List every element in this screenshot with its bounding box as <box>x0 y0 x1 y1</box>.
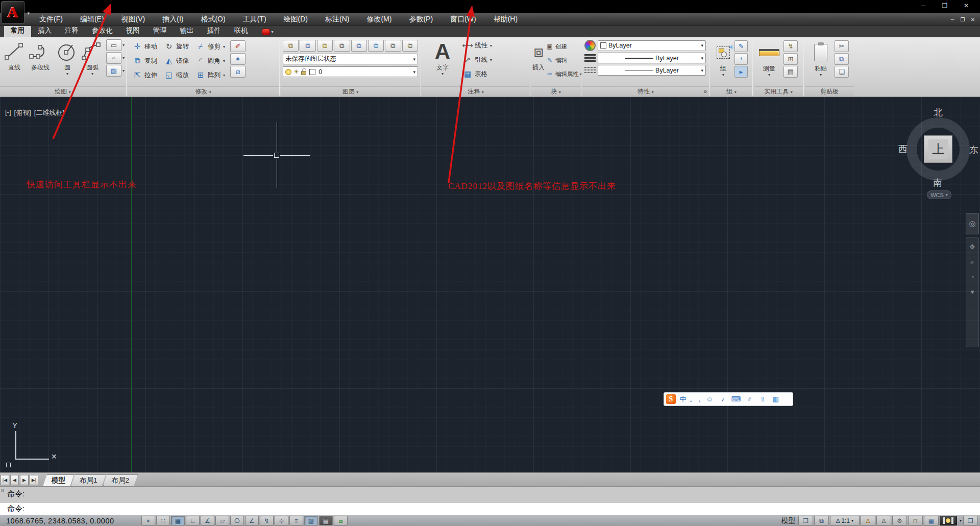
quick-select-button[interactable]: ↯ <box>783 40 798 52</box>
ribbon-tab-annotate[interactable]: 注释 <box>58 25 85 37</box>
panel-label-draw[interactable]: 绘图 ▾ <box>0 86 126 96</box>
hardware-acceleration-button[interactable]: ▦ <box>924 516 939 525</box>
annotation-autoscale-toggle[interactable]: ∆ <box>876 516 891 525</box>
erase-button[interactable]: ✐ <box>230 40 246 52</box>
chevron-down-icon[interactable]: ▾ <box>223 73 225 78</box>
tab-model[interactable]: 模型 <box>43 474 74 486</box>
quick-view-layouts-button[interactable]: ❐ <box>798 516 813 525</box>
color-wheel-icon[interactable] <box>584 40 596 51</box>
annotation-visibility-toggle[interactable]: ∆ <box>861 516 875 525</box>
menu-parametric[interactable]: 参数(P) <box>400 13 442 26</box>
layer-unlock-icon[interactable] <box>301 71 306 75</box>
menu-format[interactable]: 格式(O) <box>192 13 234 26</box>
polyline-button[interactable]: 多段线 <box>27 39 54 77</box>
maximize-button[interactable]: ❐ <box>934 0 955 11</box>
ribbon-tab-view[interactable]: 视图 <box>119 25 146 37</box>
layer-state-dropdown[interactable]: 未保存的图层状态▾ <box>283 54 418 64</box>
group-add-remove-button[interactable]: ± <box>734 53 748 65</box>
mirror-button[interactable]: ◭镜像 <box>163 55 189 67</box>
menu-dimension[interactable]: 标注(N) <box>316 13 358 26</box>
tab-layout2[interactable]: 布局2 <box>103 474 138 486</box>
viewcube-east[interactable]: 东 <box>969 144 978 156</box>
tab-layout1[interactable]: 布局1 <box>71 474 106 486</box>
skin-icon[interactable]: ⇧ <box>756 394 769 404</box>
line-button[interactable]: 直线 <box>3 39 26 77</box>
chevron-down-icon[interactable]: ▾ <box>122 43 125 47</box>
linetype-dropdown[interactable]: ByLayer ▾ <box>598 65 706 76</box>
layer-settings-button[interactable]: ⧉ <box>385 40 401 52</box>
panel-label-properties[interactable]: 特性 ▾ » <box>582 86 709 96</box>
layer-lock-button[interactable]: ⧉ <box>368 40 384 52</box>
chevron-down-icon[interactable]: ▾ <box>66 71 68 76</box>
layer-properties-button[interactable]: ⧉ <box>283 40 299 52</box>
viewcube[interactable]: 北 西 东 南 上 WCS▾ <box>897 106 979 201</box>
text-button[interactable]: A 文字 ▾ <box>427 39 458 80</box>
copy-clip-button[interactable]: ⧉ <box>835 53 849 65</box>
orbit-button[interactable]: ◔ <box>970 273 974 281</box>
soft-keyboard-icon[interactable]: ⌨ <box>730 394 742 404</box>
layer-match-button[interactable]: ⧉ <box>402 40 418 52</box>
mdi-close-button[interactable]: ✕ <box>968 15 978 24</box>
chevron-down-icon[interactable]: ▾ <box>223 44 225 49</box>
cut-button[interactable]: ✂ <box>835 40 849 52</box>
overkill-button[interactable]: ⧄ <box>230 66 246 78</box>
tab-prev-button[interactable]: ◀ <box>10 475 19 485</box>
match-properties-button[interactable]: ❏ <box>835 66 849 78</box>
chevron-down-icon[interactable]: ▾ <box>490 43 492 48</box>
nav-wheel-button[interactable]: ◎ <box>966 213 979 234</box>
panel-label-layers[interactable]: 图层 ▾ <box>281 86 420 96</box>
copy-button[interactable]: ⧉复制 <box>132 55 157 67</box>
ribbon-tab-output[interactable]: 输出 <box>174 25 201 37</box>
status-menu-arrow[interactable]: ▾ <box>958 518 963 523</box>
annotation-scale-button[interactable]: ∆ 1:1 ▾ <box>830 516 860 525</box>
circle-button[interactable]: 圆 ▾ <box>55 39 80 77</box>
coordinates-readout[interactable]: 1068.6765, 2348.0583, 0.0000 <box>6 517 141 525</box>
chevron-down-icon[interactable]: ▾ <box>820 73 822 77</box>
command-drag-handle[interactable]: ⠿ <box>1 490 5 497</box>
close-button[interactable]: ✕ <box>955 0 977 11</box>
chevron-down-icon[interactable]: ▾ <box>442 71 444 76</box>
quick-view-drawings-button[interactable]: ⧉ <box>814 516 829 525</box>
edit-block-button[interactable]: ✎编辑 <box>546 55 582 66</box>
group-edit-button[interactable]: ✎ <box>734 40 748 52</box>
command-input-row[interactable]: 命令: <box>0 502 980 515</box>
explode-button[interactable]: ✶ <box>230 53 246 65</box>
stretch-button[interactable]: ⇱拉伸 <box>132 69 157 81</box>
toolbar-lock-button[interactable]: ⊓ <box>908 516 923 525</box>
paste-button[interactable]: 粘贴 ▾ <box>808 40 834 78</box>
application-menu-button[interactable]: A ▾ <box>1 1 24 23</box>
panel-label-clipboard[interactable]: 剪贴板 <box>805 86 854 96</box>
drawing-canvas[interactable]: [-] [俯视] [二维线框] 北 西 东 南 上 WCS▾ ◎ ✥ ⌕ ◔ ▾… <box>0 97 980 472</box>
menu-help[interactable]: 帮助(H) <box>485 13 526 26</box>
scale-button[interactable]: ◱缩放 <box>163 69 189 81</box>
layer-freeze-button[interactable]: ⧉ <box>351 40 367 52</box>
ellipse-button[interactable]: ○ ▾ <box>106 52 125 64</box>
tab-first-button[interactable]: |◀ <box>1 475 9 485</box>
chevron-down-icon[interactable]: ▾ <box>122 68 125 73</box>
language-toggle-icon[interactable]: 中 <box>677 394 689 404</box>
panel-label-modify[interactable]: 修改 ▾ <box>128 86 279 96</box>
layer-color-swatch[interactable] <box>309 69 315 75</box>
fillet-button[interactable]: ◜圆角▾ <box>195 55 225 67</box>
workspace-switch-button[interactable]: ⚙ <box>892 516 907 525</box>
leader-button[interactable]: ↗引线▾ <box>462 54 492 66</box>
panel-launcher-icon[interactable]: » <box>703 87 707 96</box>
calculator-button[interactable]: ▤ <box>783 66 798 78</box>
measure-button[interactable]: 测量 ▾ <box>756 40 782 78</box>
hatch-button[interactable]: ▨ ▾ <box>106 65 125 77</box>
tab-next-button[interactable]: ▶ <box>20 475 29 485</box>
emoji-icon[interactable]: ☺ <box>703 394 716 404</box>
layer-isolate-button[interactable]: ⧉ <box>317 40 333 52</box>
ortho-toggle[interactable]: ∟ <box>186 516 200 525</box>
layer-off-button[interactable]: ⧉ <box>300 40 315 52</box>
viewport-view-button[interactable]: [俯视] <box>14 108 31 117</box>
lineweight-dropdown[interactable]: ByLayer ▾ <box>598 53 706 63</box>
lineweight-icon[interactable] <box>584 54 596 62</box>
ribbon-options-button[interactable]: ▾ <box>262 28 275 36</box>
viewport-menu-button[interactable]: [-] <box>5 108 11 117</box>
otrack-toggle[interactable]: ∠ <box>245 516 259 525</box>
viewcube-west[interactable]: 西 <box>898 143 908 155</box>
sogou-logo-icon[interactable]: S <box>666 394 676 404</box>
tab-last-button[interactable]: ▶| <box>30 475 38 485</box>
selection-cycling-toggle[interactable]: ⧇ <box>334 516 348 525</box>
